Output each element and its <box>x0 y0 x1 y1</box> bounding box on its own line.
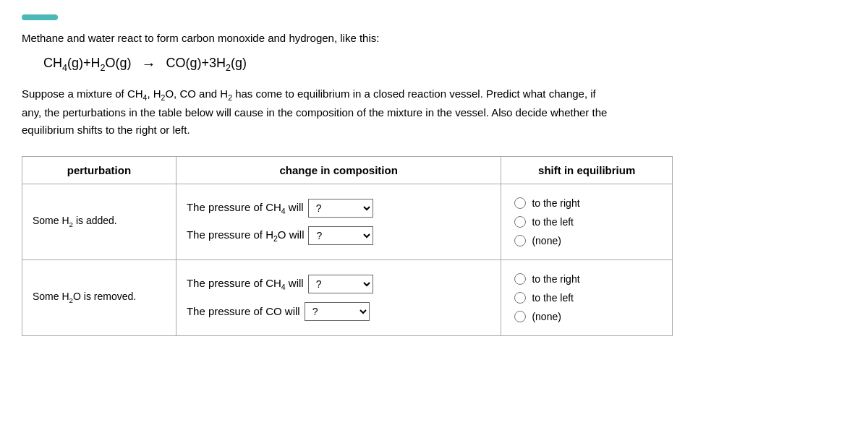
radio-label-2-right: to the right <box>532 273 579 285</box>
composition-label-2-2: The pressure of CO will <box>187 305 300 317</box>
equilibrium-table: perturbation change in composition shift… <box>22 156 673 336</box>
composition-cell-1: The pressure of CH4 will ? increase decr… <box>176 184 501 259</box>
desc-line3: equilibrium shifts to the right or left. <box>22 121 846 139</box>
radio-input-1-none[interactable] <box>514 235 526 246</box>
radio-input-2-none[interactable] <box>514 311 526 322</box>
radio-group-1: to the right to the left (none) <box>511 192 662 252</box>
table-row: Some H2 is added. The pressure of CH4 wi… <box>22 184 673 259</box>
table-row: Some H2O is removed. The pressure of CH4… <box>22 259 673 335</box>
composition-dropdown-2-1[interactable]: ? increase decrease not change <box>308 275 373 293</box>
composition-row-1-1: The pressure of CH4 will ? increase decr… <box>187 199 491 218</box>
equation-left: CH4(g)+H2O(g) <box>43 56 132 73</box>
radio-label-1-right: to the right <box>532 197 579 209</box>
radio-label-2-none: (none) <box>532 311 561 322</box>
equilibrium-cell-1: to the right to the left (none) <box>501 184 673 259</box>
radio-input-1-left[interactable] <box>514 216 526 228</box>
radio-label-2-left: to the left <box>532 292 574 304</box>
equilibrium-cell-2: to the right to the left (none) <box>501 259 673 335</box>
intro-line1: Methane and water react to form carbon m… <box>22 30 846 47</box>
col-header-composition: change in composition <box>176 156 501 184</box>
radio-option-2-left[interactable]: to the left <box>514 292 659 304</box>
chemical-equation: CH4(g)+H2O(g) → CO(g)+3H2(g) <box>43 56 846 73</box>
composition-dropdown-2-2[interactable]: ? increase decrease not change <box>305 302 370 321</box>
col-header-equilibrium: shift in equilibrium <box>501 156 673 184</box>
radio-input-2-left[interactable] <box>514 292 526 304</box>
radio-option-2-none[interactable]: (none) <box>514 311 659 322</box>
radio-option-1-left[interactable]: to the left <box>514 216 659 228</box>
composition-row-2-1: The pressure of CH4 will ? increase decr… <box>187 275 491 293</box>
composition-label-1-1: The pressure of CH4 will <box>187 201 304 215</box>
radio-option-2-right[interactable]: to the right <box>514 273 659 285</box>
composition-label-1-2: The pressure of H2O will <box>187 228 305 243</box>
radio-label-1-none: (none) <box>532 235 561 246</box>
perturbation-cell-1: Some H2 is added. <box>22 184 176 259</box>
perturbation-cell-2: Some H2O is removed. <box>22 259 176 335</box>
radio-input-2-right[interactable] <box>514 273 526 285</box>
composition-cell-2: The pressure of CH4 will ? increase decr… <box>176 259 501 335</box>
radio-group-2: to the right to the left (none) <box>511 267 662 328</box>
desc-line2: any, the perturbations in the table belo… <box>22 104 846 121</box>
composition-dropdown-1-2[interactable]: ? increase decrease not change <box>308 226 373 245</box>
composition-label-2-1: The pressure of CH4 will <box>187 277 304 291</box>
radio-option-1-none[interactable]: (none) <box>514 235 659 246</box>
desc-line1: Suppose a mixture of CH4, H2O, CO and H2… <box>22 85 846 104</box>
col-header-perturbation: perturbation <box>22 156 176 184</box>
radio-input-1-right[interactable] <box>514 197 526 209</box>
radio-option-1-right[interactable]: to the right <box>514 197 659 209</box>
composition-row-1-2: The pressure of H2O will ? increase decr… <box>187 226 491 245</box>
composition-dropdown-1-1[interactable]: ? increase decrease not change <box>308 199 373 218</box>
equation-right: CO(g)+3H2(g) <box>166 56 247 73</box>
equation-arrow: → <box>142 56 156 72</box>
radio-label-1-left: to the left <box>532 216 574 228</box>
description-block: Suppose a mixture of CH4, H2O, CO and H2… <box>22 85 846 139</box>
top-bar-decoration <box>22 14 58 20</box>
composition-row-2-2: The pressure of CO will ? increase decre… <box>187 302 491 321</box>
